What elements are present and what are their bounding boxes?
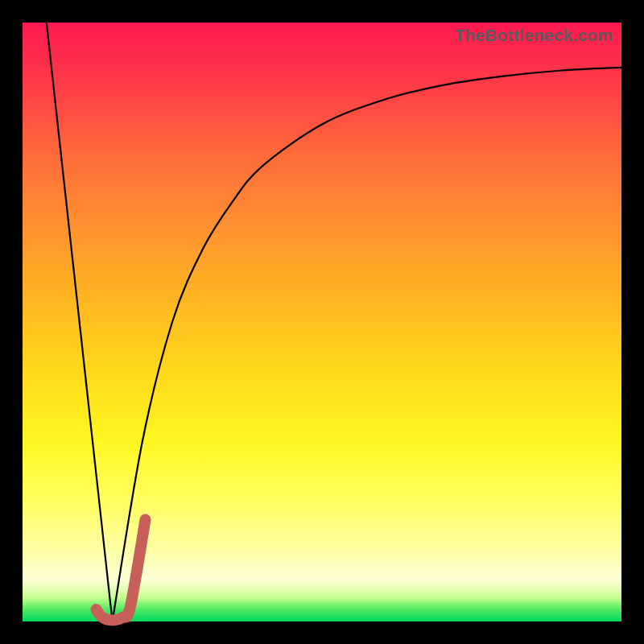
plot-area: TheBottleneck.com [23, 23, 621, 621]
curve-left-descent [47, 23, 113, 621]
chart-svg [23, 23, 621, 621]
chart-container: TheBottleneck.com [0, 0, 644, 644]
curve-right-ascent [113, 68, 621, 621]
